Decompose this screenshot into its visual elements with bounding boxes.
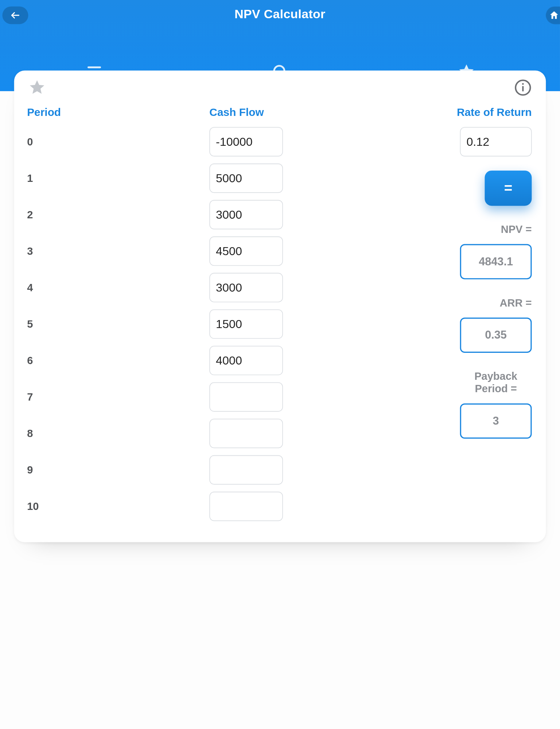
cash-flow-input-7[interactable] (209, 382, 283, 412)
period-number: 2 (27, 200, 209, 230)
payback-label: Payback Period = (460, 370, 532, 395)
cash-flow-input-9[interactable] (209, 455, 283, 485)
period-number: 7 (27, 382, 209, 412)
arr-result: 0.35 (460, 317, 532, 353)
favorite-toggle[interactable] (28, 79, 46, 96)
payback-result: 3 (460, 404, 532, 439)
cash-flow-input-0[interactable] (209, 127, 283, 156)
home-icon (549, 10, 559, 20)
rate-header: Rate of Return (457, 106, 532, 118)
period-number: 0 (27, 127, 209, 156)
period-number: 8 (27, 419, 209, 448)
cash-flow-input-5[interactable] (209, 309, 283, 339)
rate-of-return-input[interactable] (460, 127, 532, 156)
svg-point-8 (522, 83, 524, 85)
calculate-button[interactable]: = (485, 171, 532, 206)
cash-flow-input-8[interactable] (209, 419, 283, 448)
star-outline-icon (28, 79, 46, 96)
period-number: 5 (27, 309, 209, 339)
info-icon (514, 79, 532, 96)
info-button[interactable] (514, 79, 532, 96)
page-title: NPV Calculator (0, 7, 560, 21)
period-number: 6 (27, 346, 209, 375)
period-number: 4 (27, 273, 209, 303)
npv-label: NPV = (501, 223, 532, 236)
period-number: 3 (27, 237, 209, 266)
cash-flow-input-4[interactable] (209, 273, 283, 303)
period-number: 9 (27, 455, 209, 485)
cash-flow-input-2[interactable] (209, 200, 283, 230)
home-button[interactable] (546, 7, 560, 24)
period-number: 1 (27, 164, 209, 193)
cashflow-header: Cash Flow (209, 106, 392, 118)
cash-flow-input-10[interactable] (209, 492, 283, 521)
npv-result: 4843.1 (460, 244, 532, 280)
calculator-card: Period 012345678910 Cash Flow Rate of Re… (14, 71, 546, 542)
cash-flow-input-6[interactable] (209, 346, 283, 375)
arr-label: ARR = (500, 297, 532, 309)
period-number: 10 (27, 492, 209, 521)
cash-flow-input-1[interactable] (209, 164, 283, 193)
period-header: Period (27, 106, 209, 118)
cash-flow-input-3[interactable] (209, 237, 283, 266)
